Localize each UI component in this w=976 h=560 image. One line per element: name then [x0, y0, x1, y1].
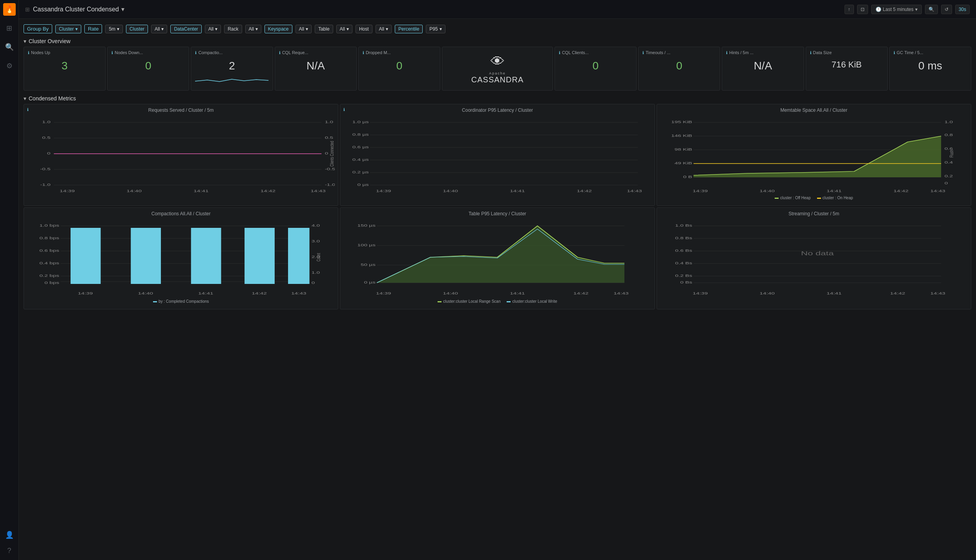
svg-text:0.2 Bs: 0.2 Bs	[675, 274, 692, 278]
svg-text:14:43: 14:43	[930, 291, 945, 295]
svg-text:14:43: 14:43	[930, 189, 945, 193]
share-button[interactable]: ↑	[845, 5, 854, 14]
info-icon[interactable]: ℹ	[810, 51, 812, 55]
info-icon[interactable]: ℹ	[279, 51, 281, 55]
gc-time-title: GC Time / 5...	[897, 50, 923, 55]
svg-text:14:43: 14:43	[291, 291, 306, 295]
dashboard-title: Cassandra Cluster Condensed ▾	[33, 5, 124, 13]
svg-marker-55	[693, 136, 941, 177]
cql-requests-value: N/A	[279, 58, 352, 74]
sidebar-item-settings[interactable]: ⚙	[3, 60, 16, 72]
time-range-picker[interactable]: 🕐 Last 5 minutes ▾	[871, 5, 922, 14]
svg-text:14:40: 14:40	[759, 291, 774, 295]
nodes-down-title: Nodes Down...	[115, 50, 143, 55]
svg-text:14:42: 14:42	[252, 291, 266, 295]
data-size-card: ℹ Data Size 716 KiB	[806, 47, 888, 91]
groupby-select[interactable]: Cluster ▾	[55, 25, 81, 33]
table-select[interactable]: All ▾	[336, 25, 352, 33]
svg-text:1.0: 1.0	[42, 120, 50, 124]
info-icon[interactable]: ℹ	[894, 51, 895, 55]
share-icon: ↑	[848, 7, 850, 12]
svg-text:14:42: 14:42	[577, 189, 592, 193]
hints-title: Hints / 5m ...	[729, 50, 753, 55]
datacenter-select[interactable]: All ▾	[205, 25, 221, 33]
svg-text:14:40: 14:40	[138, 291, 153, 295]
svg-text:0.2 µs: 0.2 µs	[352, 170, 369, 174]
stat-cards-row: ℹ Nodes Up 3 ℹ Nodes Down... 0 ℹ Compact…	[24, 47, 971, 91]
coordinator-latency-chart: 1.0 µs 0.8 µs 0.6 µs 0.4 µs 0.2 µs 0 µs …	[343, 115, 651, 193]
nodes-down-card: ℹ Nodes Down... 0	[107, 47, 189, 91]
svg-rect-83	[244, 228, 275, 284]
svg-text:50 µs: 50 µs	[361, 263, 376, 267]
dropped-title: Dropped M...	[366, 50, 391, 55]
svg-text:150 µs: 150 µs	[358, 224, 376, 227]
svg-text:14:42: 14:42	[893, 189, 908, 193]
svg-text:1.0 Bs: 1.0 Bs	[675, 224, 692, 227]
svg-text:100 µs: 100 µs	[358, 243, 376, 247]
dropped-value: 0	[363, 58, 436, 74]
svg-text:0.6 bps: 0.6 bps	[40, 249, 59, 253]
svg-text:-0.5: -0.5	[325, 167, 335, 171]
rack-select[interactable]: All ▾	[245, 25, 261, 33]
search-button[interactable]: 🔍	[925, 5, 938, 14]
coordinator-latency-title: Coordinator P95 Latency / Cluster	[343, 107, 651, 113]
chevron-down-icon: ▾	[386, 26, 388, 32]
sidebar-item-search[interactable]: 🔍	[3, 41, 16, 53]
chevron-down-icon: ▾	[75, 26, 78, 32]
tv-mode-button[interactable]: ⊡	[857, 5, 868, 14]
compactions-legend: by : Completed Compactions	[27, 299, 335, 304]
legend-on-heap: cluster : On Heap	[817, 196, 853, 200]
cluster-select[interactable]: All ▾	[151, 25, 167, 33]
chevron-down-icon: ▾	[306, 26, 308, 32]
svg-text:14:39: 14:39	[693, 291, 708, 295]
info-icon-requests[interactable]: ℹ	[27, 107, 29, 112]
info-icon[interactable]: ℹ	[642, 51, 644, 55]
topbar-right: ↑ ⊡ 🕐 Last 5 minutes ▾ 🔍 ↺ 30s	[845, 5, 970, 14]
info-icon[interactable]: ℹ	[363, 51, 364, 55]
svg-text:1.0: 1.0	[325, 120, 333, 124]
info-icon[interactable]: ℹ	[111, 51, 113, 55]
chevron-down-icon: ▾	[255, 26, 258, 32]
svg-text:0.6 µs: 0.6 µs	[352, 145, 369, 149]
content-area: Group By Cluster ▾ Rate 5m ▾ Cluster All…	[19, 19, 976, 560]
info-icon[interactable]: ℹ	[559, 51, 560, 55]
rate-select[interactable]: 5m ▾	[105, 25, 123, 33]
svg-text:0.8: 0.8	[944, 133, 952, 137]
cassandra-logo: 👁 Apache CASSANDRA	[471, 53, 524, 84]
sidebar-item-help[interactable]: ?	[3, 544, 16, 557]
refresh-button[interactable]: ↺	[941, 5, 952, 14]
info-icon-latency[interactable]: ℹ	[343, 107, 345, 112]
chevron-down-icon: ▾	[440, 26, 442, 32]
percentile-select[interactable]: P95 ▾	[426, 25, 445, 33]
svg-text:14:39: 14:39	[78, 291, 93, 295]
hints-value: N/A	[726, 58, 799, 74]
sidebar-item-home[interactable]: ⊞	[3, 22, 16, 35]
svg-text:0.4 bps: 0.4 bps	[40, 261, 59, 265]
sidebar-item-signin[interactable]: 👤	[3, 529, 16, 541]
info-icon[interactable]: ℹ	[195, 51, 197, 55]
svg-text:1.0 bps: 1.0 bps	[40, 224, 59, 227]
collapse-icon[interactable]: ▾	[24, 38, 26, 44]
svg-text:14:41: 14:41	[510, 189, 525, 193]
dashboard-dropdown-icon[interactable]: ▾	[121, 5, 124, 13]
rate-label: Rate	[84, 24, 102, 33]
svg-rect-82	[191, 228, 221, 284]
grafana-logo[interactable]: 🔥	[3, 3, 16, 16]
svg-text:146 KiB: 146 KiB	[671, 134, 692, 138]
svg-text:14:39: 14:39	[60, 189, 75, 193]
refresh-interval-badge[interactable]: 30s	[955, 5, 970, 14]
gc-time-card: ℹ GC Time / 5... 0 ms	[889, 47, 971, 91]
svg-text:Count: Count	[316, 253, 321, 262]
collapse-icon-metrics[interactable]: ▾	[24, 95, 26, 102]
info-icon[interactable]: ℹ	[28, 51, 29, 55]
chevron-down-icon: ▾	[215, 26, 217, 32]
memtable-space-panel: Memtable Space All.All / Cluster 195 KiB…	[657, 104, 971, 206]
table-filter-label: Table	[315, 25, 333, 33]
svg-text:98 KiB: 98 KiB	[674, 147, 692, 151]
cql-clients-title: CQL Clients...	[562, 50, 589, 55]
requests-served-chart: 1.0 0.5 0 -0.5 -1.0 1.0 0.5 0 -0.5 -1.0 …	[27, 115, 335, 193]
keyspace-select[interactable]: All ▾	[296, 25, 312, 33]
info-icon[interactable]: ℹ	[726, 51, 728, 55]
requests-served-panel: ℹ Requests Served / Cluster / 5m 1.0 0.5…	[24, 104, 338, 206]
host-select[interactable]: All ▾	[376, 25, 392, 33]
